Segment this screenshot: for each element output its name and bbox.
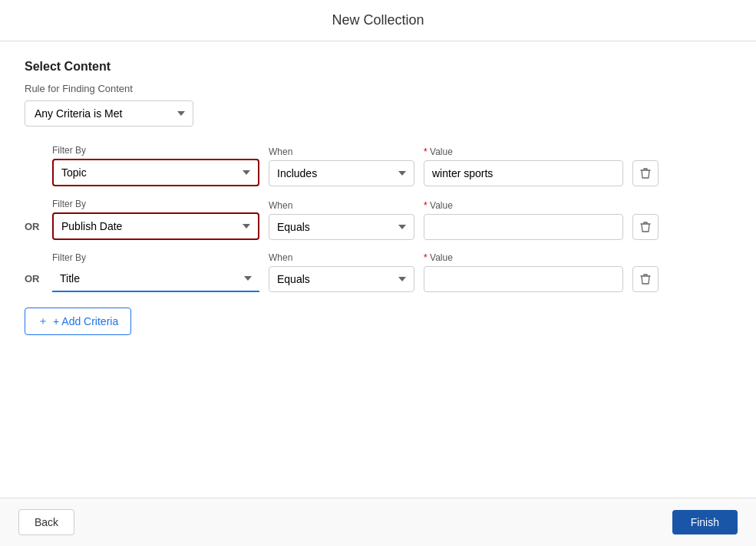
- when-label-1: When: [269, 146, 414, 157]
- criteria-row-1: Filter By Topic Publish Date Title When …: [25, 145, 731, 186]
- delete-button-1[interactable]: [632, 160, 659, 186]
- filter-group-1: Filter By Topic Publish Date Title When …: [52, 145, 731, 186]
- value-input-3[interactable]: [424, 266, 623, 292]
- delete-button-2[interactable]: [632, 214, 659, 240]
- rule-select[interactable]: Any Criteria is Met All Criteria Met: [25, 100, 193, 127]
- page-header: New Collection: [0, 0, 756, 41]
- filter-by-group-2: Filter By Topic Publish Date Title: [52, 199, 259, 240]
- value-label-1: Value: [424, 146, 623, 157]
- when-select-2[interactable]: Includes Equals Contains: [269, 214, 414, 240]
- criteria-row-3: OR Filter By Topic Publish Date Title Wh…: [25, 252, 731, 292]
- value-input-2[interactable]: [424, 214, 623, 240]
- or-label-2: OR: [25, 221, 52, 240]
- filter-group-2: Filter By Topic Publish Date Title When …: [52, 199, 731, 240]
- value-group-1: Value: [424, 146, 623, 186]
- criteria-row-2: OR Filter By Topic Publish Date Title Wh…: [25, 199, 731, 240]
- filter-by-group-3: Filter By Topic Publish Date Title: [52, 252, 259, 292]
- when-group-2: When Includes Equals Contains: [269, 200, 414, 240]
- filter-by-select-2[interactable]: Topic Publish Date Title: [52, 212, 259, 240]
- add-criteria-label: + Add Criteria: [53, 315, 118, 327]
- add-criteria-icon: ＋: [38, 314, 48, 328]
- rule-dropdown-wrapper: Any Criteria is Met All Criteria Met: [25, 100, 731, 127]
- when-label-2: When: [269, 200, 414, 211]
- footer: Back Finish: [0, 498, 756, 546]
- add-criteria-button[interactable]: ＋ + Add Criteria: [25, 308, 131, 335]
- value-label-2: Value: [424, 200, 623, 211]
- main-content: Select Content Rule for Finding Content …: [0, 41, 756, 498]
- trash-icon-1: [640, 167, 651, 179]
- or-label-1: [25, 179, 52, 186]
- filter-by-label-1: Filter By: [52, 145, 259, 156]
- when-label-3: When: [269, 252, 414, 263]
- when-group-3: When Includes Equals Contains: [269, 252, 414, 292]
- value-group-2: Value: [424, 200, 623, 240]
- value-label-3: Value: [424, 252, 623, 263]
- back-button[interactable]: Back: [18, 509, 74, 535]
- value-input-1[interactable]: [424, 160, 623, 186]
- filter-by-group-1: Filter By Topic Publish Date Title: [52, 145, 259, 186]
- filter-group-3: Filter By Topic Publish Date Title When …: [52, 252, 731, 292]
- filter-by-select-3[interactable]: Topic Publish Date Title: [52, 266, 259, 292]
- criteria-rows: Filter By Topic Publish Date Title When …: [25, 145, 731, 292]
- delete-button-3[interactable]: [632, 266, 659, 292]
- rule-label: Rule for Finding Content: [25, 83, 731, 94]
- page-title: New Collection: [332, 12, 424, 28]
- when-select-1[interactable]: Includes Equals Contains: [269, 160, 414, 186]
- filter-by-select-1[interactable]: Topic Publish Date Title: [52, 159, 259, 186]
- when-select-3[interactable]: Includes Equals Contains: [269, 266, 414, 292]
- finish-button[interactable]: Finish: [672, 510, 738, 534]
- when-group-1: When Includes Equals Contains: [269, 146, 414, 186]
- or-label-3: OR: [25, 273, 52, 292]
- filter-by-label-2: Filter By: [52, 199, 259, 209]
- value-group-3: Value: [424, 252, 623, 292]
- trash-icon-2: [640, 221, 651, 233]
- filter-by-label-3: Filter By: [52, 252, 259, 263]
- section-title: Select Content: [25, 60, 731, 74]
- trash-icon-3: [640, 273, 651, 285]
